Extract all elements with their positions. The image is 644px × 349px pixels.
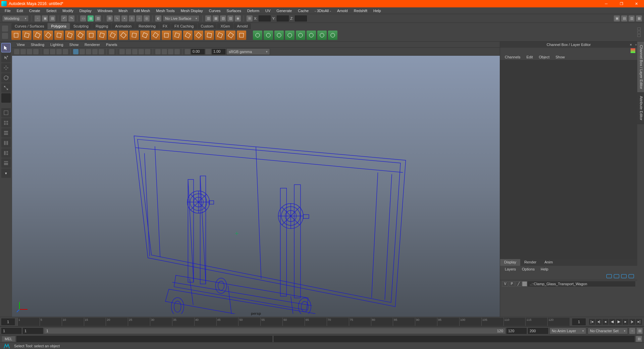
menu-mesh[interactable]: Mesh	[116, 8, 130, 13]
mesh-shelf-icon-4[interactable]	[296, 31, 305, 40]
workspace-dropdown[interactable]: Modeling	[2, 15, 29, 22]
shelf-menu-icon[interactable]	[2, 26, 8, 32]
menu-windows[interactable]: Windows	[95, 8, 115, 13]
redo-icon[interactable]: ↷	[68, 15, 74, 21]
shelf-tab-custom[interactable]: Custom	[198, 23, 217, 29]
poly-shelf-icon-13[interactable]	[151, 31, 160, 40]
range-track[interactable]: 1120	[44, 328, 505, 334]
menu-create[interactable]: Create	[26, 8, 43, 13]
time-track[interactable]: 1510152025303540455055606570758085909510…	[17, 318, 570, 326]
select-tool[interactable]	[1, 43, 11, 52]
save-scene-icon[interactable]: ▤	[49, 15, 55, 21]
toggle-tool-settings-icon[interactable]: ▥	[629, 15, 635, 21]
mesh-shelf-icon-7[interactable]	[328, 31, 337, 40]
exposure-field[interactable]: 0.00	[191, 49, 205, 54]
menu-uv[interactable]: UV	[263, 8, 273, 13]
menu-mesh-display[interactable]: Mesh Display	[178, 8, 206, 13]
play-start-field[interactable]: 1	[23, 328, 43, 334]
menu-select[interactable]: Select	[44, 8, 59, 13]
layer-menu-options[interactable]: Options	[519, 266, 537, 272]
new-layer-icon[interactable]	[621, 274, 627, 278]
command-input[interactable]	[16, 336, 272, 342]
resolution-gate-icon[interactable]	[56, 49, 62, 54]
shaded-icon[interactable]	[79, 49, 85, 54]
current-frame-right[interactable]: 1	[572, 318, 586, 325]
mesh-shelf-icon-0[interactable]	[253, 31, 262, 40]
culling-icon[interactable]	[174, 49, 180, 54]
menu-help[interactable]: Help	[371, 8, 384, 13]
move-layer-up-icon[interactable]	[606, 274, 612, 278]
close-panel-icon[interactable]: ×	[630, 43, 632, 47]
menu-curves[interactable]: Curves	[206, 8, 223, 13]
gamma-field[interactable]: 1.00	[212, 49, 225, 54]
go-end-icon[interactable]: ▸|	[636, 319, 642, 325]
shelf-tab-animation[interactable]: Animation	[112, 23, 135, 29]
poly-shelf-icon-17[interactable]	[194, 31, 203, 40]
menu-display[interactable]: Display	[77, 8, 94, 13]
layout-three-icon[interactable]	[1, 148, 11, 158]
channel-menu-show[interactable]: Show	[553, 54, 568, 60]
poly-shelf-icon-2[interactable]	[33, 31, 42, 40]
poly-shelf-icon-14[interactable]	[162, 31, 171, 40]
poly-shelf-icon-5[interactable]	[65, 31, 74, 40]
mesh-shelf-icon-5[interactable]	[307, 31, 316, 40]
xray-joints-icon[interactable]	[126, 49, 131, 54]
close-button[interactable]: ✕	[629, 0, 644, 7]
grid-toggle-icon[interactable]	[44, 49, 49, 54]
ipr-render-icon[interactable]: ▧	[220, 15, 226, 21]
layout-outliner-icon[interactable]	[1, 158, 11, 168]
shelf-tab-curves-surfaces[interactable]: Curves / Surfaces	[11, 23, 47, 29]
layer-display-type[interactable]: ╱	[516, 281, 522, 287]
viewport-3d[interactable]: persp	[12, 56, 500, 317]
shelf-tab-sculpting[interactable]: Sculpting	[70, 23, 92, 29]
minimize-button[interactable]: ─	[599, 0, 614, 7]
snap-view-icon[interactable]: ◎	[144, 15, 150, 21]
menu-redshift[interactable]: Redshift	[351, 8, 370, 13]
poly-shelf-icon-4[interactable]	[54, 31, 64, 40]
layout-four-icon[interactable]	[1, 118, 11, 128]
gamma-icon[interactable]	[206, 49, 211, 54]
exposure-icon[interactable]	[185, 49, 190, 54]
textured-icon[interactable]	[86, 49, 91, 54]
play-back-icon[interactable]: ◀	[609, 319, 615, 325]
shelf-editor-icon[interactable]	[2, 33, 8, 39]
menu-edit-mesh[interactable]: Edit Mesh	[131, 8, 153, 13]
shelf-scroll[interactable]	[634, 23, 644, 41]
fog-icon[interactable]	[162, 49, 167, 54]
panel-menu-shading[interactable]: Shading	[28, 42, 47, 47]
anim-layer-dropdown[interactable]: No Anim Layer	[549, 328, 586, 334]
undo-icon[interactable]: ↶	[61, 15, 67, 21]
cmd-lang-label[interactable]: MEL	[2, 336, 15, 342]
coord-z-field[interactable]	[295, 15, 307, 21]
panel-menu-panels[interactable]: Panels	[103, 42, 120, 47]
poly-shelf-icon-12[interactable]	[140, 31, 150, 40]
poly-shelf-icon-20[interactable]	[226, 31, 235, 40]
poly-shelf-icon-18[interactable]	[205, 31, 214, 40]
poly-shelf-icon-6[interactable]	[76, 31, 85, 40]
snap-curve-icon[interactable]: ∿	[114, 15, 120, 21]
live-surface-toggle[interactable]: ◐	[155, 15, 161, 21]
new-layer-assign-icon[interactable]	[629, 274, 634, 278]
poly-shelf-icon-8[interactable]	[97, 31, 107, 40]
open-scene-icon[interactable]: ▣	[42, 15, 48, 21]
poly-shelf-icon-10[interactable]	[119, 31, 128, 40]
shelf-tab-rigging[interactable]: Rigging	[92, 23, 111, 29]
grid-icon[interactable]: ⊞	[247, 15, 253, 21]
coord-x-field[interactable]	[259, 15, 271, 21]
ao-icon[interactable]	[132, 49, 138, 54]
snap-grid-icon[interactable]: ⊞	[107, 15, 113, 21]
toggle-channel-box-icon[interactable]: ▦	[636, 15, 642, 21]
menu-deform[interactable]: Deform	[245, 8, 262, 13]
poly-shelf-icon-16[interactable]	[183, 31, 193, 40]
select-camera-icon[interactable]	[14, 49, 19, 54]
shelf-tab-polygons[interactable]: Polygons	[48, 23, 69, 29]
poly-shelf-icon-1[interactable]	[22, 31, 32, 40]
menu-generate[interactable]: Generate	[274, 8, 294, 13]
construction-history-icon[interactable]: ▥	[205, 15, 211, 21]
live-surface-dropdown[interactable]: No Live Surface	[163, 15, 200, 22]
step-fwd-icon[interactable]: ▸	[623, 319, 629, 325]
hw-fog-icon[interactable]	[168, 49, 173, 54]
layer-menu-help[interactable]: Help	[538, 266, 551, 272]
mesh-shelf-icon-3[interactable]	[285, 31, 294, 40]
move-layer-down-icon[interactable]	[614, 274, 619, 278]
